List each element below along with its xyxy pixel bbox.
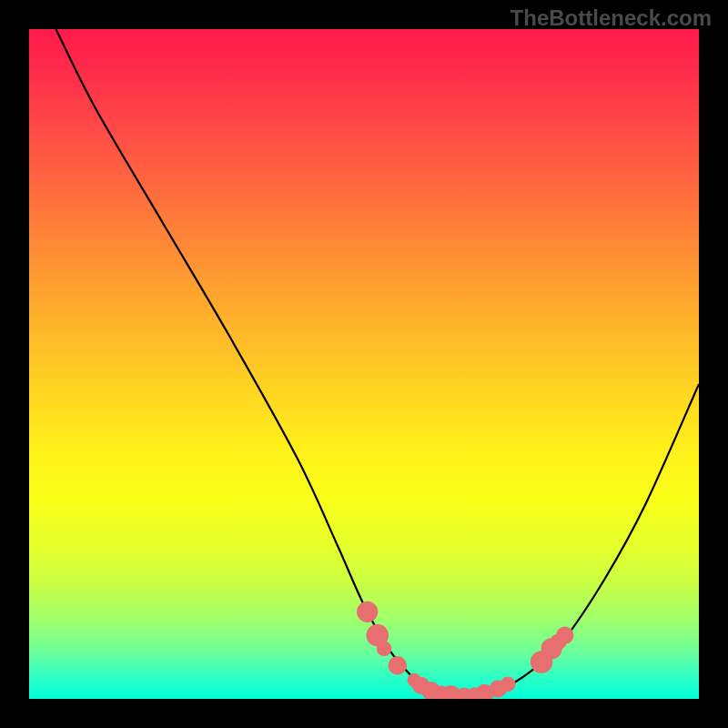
curve-marker — [500, 677, 516, 693]
curve-marker — [377, 642, 392, 657]
chart-svg — [29, 29, 699, 699]
curve-marker — [357, 602, 378, 622]
curve-line — [56, 29, 699, 697]
plot-area — [29, 29, 699, 699]
curve-marker — [556, 626, 573, 643]
curve-markers — [357, 602, 573, 699]
curve-marker — [389, 656, 408, 675]
watermark-text: TheBottleneck.com — [511, 5, 712, 31]
